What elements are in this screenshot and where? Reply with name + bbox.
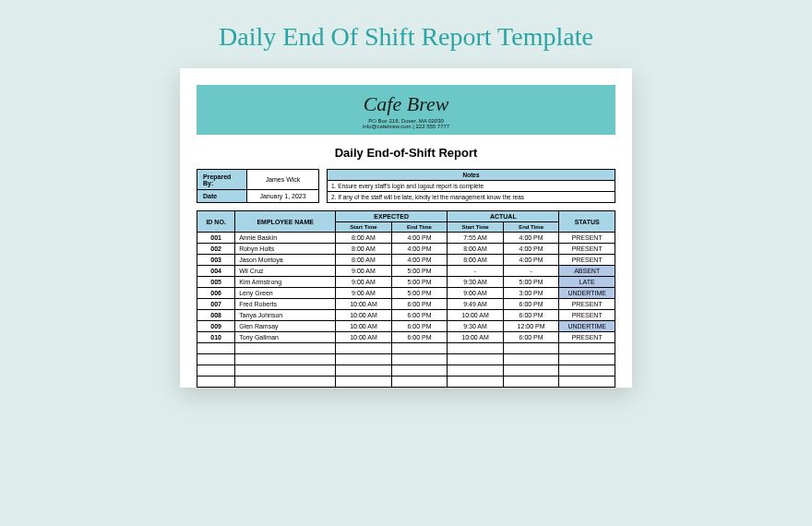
col-expected-end: End Time bbox=[391, 222, 448, 233]
col-expected: EXPECTED bbox=[336, 211, 448, 222]
cell-actual-end: - bbox=[503, 266, 559, 277]
note-1: 1. Ensure every staff's login and logout… bbox=[328, 181, 615, 192]
cell-actual-end: 6:00 PM bbox=[503, 310, 559, 321]
cell-actual-end: 4:00 PM bbox=[503, 255, 559, 266]
cell-id: 003 bbox=[197, 255, 235, 266]
cell-status: PRESENT bbox=[559, 299, 615, 310]
cell-actual-end: 5:00 PM bbox=[503, 277, 559, 288]
table-row: 001Annie Baskin8:00 AM4:00 PM7:55 AM4:00… bbox=[197, 233, 615, 244]
table-row: 004Wil Cruz9:00 AM5:00 PM--ABSENT bbox=[197, 266, 615, 277]
cell-name: Robyn Holts bbox=[235, 244, 336, 255]
cell-id: 004 bbox=[197, 266, 235, 277]
cell-id: 009 bbox=[197, 321, 235, 332]
cell-actual-start: 10:00 AM bbox=[448, 332, 504, 343]
table-row-empty bbox=[197, 343, 615, 354]
table-row: 010Tony Gallman10:00 AM6:00 PM10:00 AM6:… bbox=[197, 332, 615, 343]
cell-name: Wil Cruz bbox=[235, 266, 336, 277]
col-status: STATUS bbox=[559, 211, 615, 233]
document-sheet: Cafe Brew PO Box 218, Dover, MA 02030 in… bbox=[180, 68, 632, 388]
prepared-by-label: Prepared By: bbox=[197, 170, 247, 190]
col-actual: ACTUAL bbox=[448, 211, 559, 222]
col-name: EMPLOYEE NAME bbox=[235, 211, 336, 233]
cell-expected-end: 4:00 PM bbox=[391, 233, 448, 244]
cell-status: ABSENT bbox=[559, 266, 615, 277]
cell-expected-start: 9:00 AM bbox=[336, 277, 392, 288]
cell-actual-end: 4:00 PM bbox=[503, 233, 559, 244]
cell-expected-end: 5:00 PM bbox=[391, 266, 448, 277]
cell-expected-start: 8:00 AM bbox=[336, 255, 392, 266]
table-row: 002Robyn Holts8:00 AM4:00 PM8:00 AM4:00 … bbox=[197, 244, 615, 255]
table-row: 008Tanya Johnson10:00 AM6:00 PM10:00 AM6… bbox=[197, 310, 615, 321]
header-banner: Cafe Brew PO Box 218, Dover, MA 02030 in… bbox=[197, 85, 615, 135]
cell-name: Glen Ramsay bbox=[235, 321, 336, 332]
brand-name: Cafe Brew bbox=[197, 92, 615, 116]
cell-id: 005 bbox=[197, 277, 235, 288]
shift-table: ID NO. EMPLOYEE NAME EXPECTED ACTUAL STA… bbox=[197, 210, 615, 388]
table-row: 005Kim Armstrong9:00 AM5:00 PM9:30 AM5:0… bbox=[197, 277, 615, 288]
cell-name: Tony Gallman bbox=[235, 332, 336, 343]
cell-actual-start: - bbox=[448, 266, 504, 277]
notes-table: Notes 1. Ensure every staff's login and … bbox=[327, 169, 615, 203]
cell-actual-start: 9:49 AM bbox=[448, 299, 504, 310]
cell-actual-end: 6:00 PM bbox=[503, 332, 559, 343]
cell-expected-end: 4:00 PM bbox=[391, 244, 448, 255]
cell-expected-start: 9:00 AM bbox=[336, 266, 392, 277]
cell-actual-start: 7:55 AM bbox=[448, 233, 504, 244]
cell-expected-end: 5:00 PM bbox=[391, 277, 448, 288]
cell-expected-start: 9:00 AM bbox=[336, 288, 392, 299]
table-row-empty bbox=[197, 354, 615, 365]
cell-actual-start: 10:00 AM bbox=[448, 310, 504, 321]
cell-actual-start: 9:30 AM bbox=[448, 321, 504, 332]
cell-status: PRESENT bbox=[559, 310, 615, 321]
page-title: Daily End Of Shift Report Template bbox=[219, 22, 593, 52]
table-row: 009Glen Ramsay10:00 AM6:00 PM9:30 AM12:0… bbox=[197, 321, 615, 332]
cell-name: Kim Armstrong bbox=[235, 277, 336, 288]
cell-status: LATE bbox=[559, 277, 615, 288]
cell-status: PRESENT bbox=[559, 244, 615, 255]
cell-name: Jason Montoya bbox=[235, 255, 336, 266]
table-row-empty bbox=[197, 365, 615, 377]
col-expected-start: Start Time bbox=[336, 222, 392, 233]
cell-actual-end: 12:00 PM bbox=[503, 321, 559, 332]
cell-id: 006 bbox=[197, 288, 235, 299]
date-label: Date bbox=[197, 190, 247, 203]
col-actual-start: Start Time bbox=[448, 222, 504, 233]
cell-name: Leny Green bbox=[235, 288, 336, 299]
report-title: Daily End-of-Shift Report bbox=[197, 146, 615, 160]
date-value: January 1, 2023 bbox=[247, 190, 319, 203]
cell-expected-start: 8:00 AM bbox=[336, 244, 392, 255]
cell-name: Fred Roberts bbox=[235, 299, 336, 310]
cell-status: UNDERTIME bbox=[559, 288, 615, 299]
brand-contact: info@cafebrew.com | 222 555 7777 bbox=[197, 124, 615, 129]
cell-status: PRESENT bbox=[559, 233, 615, 244]
notes-header: Notes bbox=[328, 170, 615, 181]
meta-table: Prepared By: James Wick Date January 1, … bbox=[197, 169, 319, 203]
cell-id: 010 bbox=[197, 332, 235, 343]
cell-expected-start: 10:00 AM bbox=[336, 310, 392, 321]
cell-expected-start: 8:00 AM bbox=[336, 233, 392, 244]
cell-expected-end: 6:00 PM bbox=[391, 332, 448, 343]
cell-expected-end: 5:00 PM bbox=[391, 288, 448, 299]
cell-expected-end: 6:00 PM bbox=[391, 299, 448, 310]
cell-name: Tanya Johnson bbox=[235, 310, 336, 321]
table-row: 006Leny Green9:00 AM5:00 PM9:00 AM3:00 P… bbox=[197, 288, 615, 299]
cell-expected-end: 4:00 PM bbox=[391, 255, 448, 266]
cell-expected-end: 6:00 PM bbox=[391, 321, 448, 332]
cell-actual-start: 8:00 AM bbox=[448, 255, 504, 266]
cell-status: UNDERTIME bbox=[559, 321, 615, 332]
meta-section: Prepared By: James Wick Date January 1, … bbox=[197, 169, 615, 203]
cell-expected-end: 6:00 PM bbox=[391, 310, 448, 321]
cell-expected-start: 10:00 AM bbox=[336, 299, 392, 310]
cell-expected-start: 10:00 AM bbox=[336, 332, 392, 343]
table-row: 007Fred Roberts10:00 AM6:00 PM9:49 AM6:0… bbox=[197, 299, 615, 310]
cell-actual-end: 3:00 PM bbox=[503, 288, 559, 299]
cell-actual-start: 8:00 AM bbox=[448, 244, 504, 255]
col-id: ID NO. bbox=[197, 211, 235, 233]
cell-actual-end: 4:00 PM bbox=[503, 244, 559, 255]
cell-id: 001 bbox=[197, 233, 235, 244]
cell-id: 002 bbox=[197, 244, 235, 255]
col-actual-end: End Time bbox=[503, 222, 559, 233]
cell-expected-start: 10:00 AM bbox=[336, 321, 392, 332]
cell-actual-start: 9:00 AM bbox=[448, 288, 504, 299]
cell-id: 008 bbox=[197, 310, 235, 321]
